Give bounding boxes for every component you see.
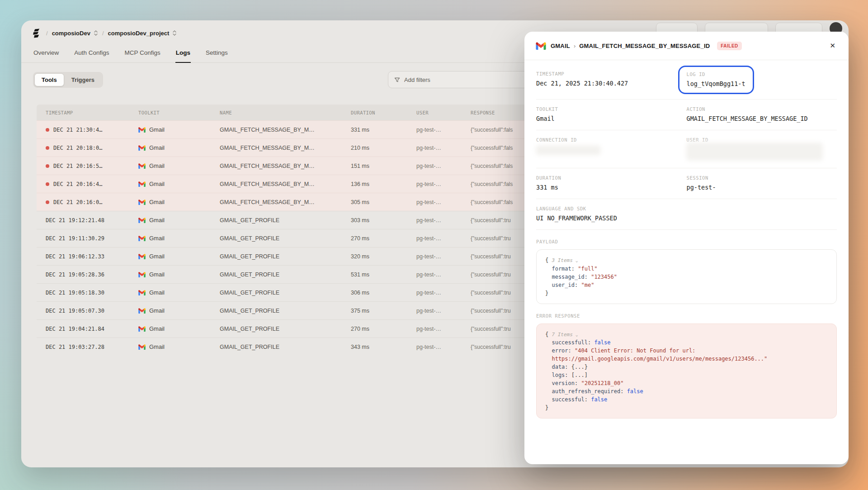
row-toolkit: Gmail xyxy=(149,289,165,296)
row-toolkit: Gmail xyxy=(149,235,165,242)
row-toolkit: Gmail xyxy=(149,217,165,224)
segment-tools[interactable]: Tools xyxy=(34,73,64,86)
gmail-icon xyxy=(138,326,146,332)
row-duration: 331 ms xyxy=(342,127,407,133)
col-timestamp: TIMESTAMP xyxy=(37,110,129,115)
chevron-updown-icon xyxy=(94,30,98,36)
chevron-down-icon[interactable]: ⌄ xyxy=(573,258,578,263)
row-duration: 270 ms xyxy=(342,235,407,242)
row-user: pg-test-… xyxy=(407,308,462,314)
gmail-icon xyxy=(138,308,146,314)
row-duration: 136 ms xyxy=(342,181,407,187)
panel-body: TIMESTAMP Dec 21, 2025 21:30:40.427 LOG … xyxy=(524,60,849,419)
gmail-icon xyxy=(138,290,146,295)
row-toolkit: Gmail xyxy=(149,325,165,332)
row-timestamp: DEC 21 19:05:07.30 xyxy=(46,308,104,314)
row-toolkit: Gmail xyxy=(149,144,165,151)
gmail-icon xyxy=(138,218,146,223)
gmail-icon xyxy=(138,272,146,277)
row-duration: 151 ms xyxy=(342,163,407,169)
row-duration: 320 ms xyxy=(342,253,407,260)
row-timestamp: DEC 21 20:16:5… xyxy=(53,163,102,169)
row-user: pg-test-… xyxy=(407,235,462,242)
row-toolkit: Gmail xyxy=(149,253,165,260)
row-action-name: GMAIL_FETCH_MESSAGE_BY_M… xyxy=(211,199,342,205)
row-duration: 531 ms xyxy=(342,271,407,278)
gmail-icon xyxy=(138,181,146,187)
chevron-right-icon: › xyxy=(574,43,576,49)
field-log-id: LOG ID log_tVqomBgg11-t xyxy=(687,71,745,87)
row-action-name: GMAIL_GET_PROFILE xyxy=(211,271,342,278)
failed-status-dot-icon xyxy=(46,182,49,186)
chevron-updown-icon xyxy=(172,30,177,36)
gmail-icon xyxy=(138,254,146,259)
error-response-json-viewer: { 7 Items ⌄ successfull: false error: "4… xyxy=(536,323,837,419)
failed-status-dot-icon xyxy=(46,128,49,132)
row-duration: 270 ms xyxy=(342,326,407,332)
row-toolkit: Gmail xyxy=(149,199,165,205)
row-action-name: GMAIL_GET_PROFILE xyxy=(211,326,342,332)
row-timestamp: DEC 21 20:16:4… xyxy=(53,181,102,187)
row-action-name: GMAIL_GET_PROFILE xyxy=(211,308,342,314)
payload-json-viewer: { 3 Items ⌄ format: "full" message_id: "… xyxy=(536,249,837,304)
gmail-icon xyxy=(138,163,146,169)
breadcrumb-separator: / xyxy=(46,30,48,37)
chevron-down-icon[interactable]: ⌄ xyxy=(573,332,578,337)
panel-header: GMAIL › GMAIL_FETCH_MESSAGE_BY_MESSAGE_I… xyxy=(524,32,849,60)
log-id-highlight-box: LOG ID log_tVqomBgg11-t xyxy=(678,66,754,94)
tab-overview[interactable]: Overview xyxy=(33,45,59,63)
payload-section-label: PAYLOAD xyxy=(536,239,837,244)
failed-status-dot-icon xyxy=(46,164,49,168)
row-timestamp: DEC 21 19:11:30.29 xyxy=(46,235,104,242)
field-user-id: USER ID xyxy=(687,137,837,160)
tab-settings[interactable]: Settings xyxy=(205,45,228,63)
error-response-section-label: ERROR RESPONSE xyxy=(536,313,837,319)
col-toolkit: TOOLKIT xyxy=(129,110,211,115)
gmail-icon xyxy=(138,236,146,241)
row-action-name: GMAIL_FETCH_MESSAGE_BY_M… xyxy=(211,181,342,187)
row-timestamp: DEC 21 20:16:0… xyxy=(53,199,102,205)
org-name: composioDev xyxy=(52,30,90,37)
field-toolkit: TOOLKIT Gmail xyxy=(536,106,687,122)
composio-logo-icon[interactable] xyxy=(32,28,42,38)
gmail-icon xyxy=(138,344,146,350)
row-user: pg-test-… xyxy=(407,326,462,332)
row-action-name: GMAIL_GET_PROFILE xyxy=(211,217,342,224)
row-user: pg-test-… xyxy=(407,290,462,296)
segment-triggers[interactable]: Triggers xyxy=(64,73,102,86)
tools-triggers-segmented-control: Tools Triggers xyxy=(33,72,103,88)
failed-status-dot-icon xyxy=(46,146,49,150)
row-timestamp: DEC 21 19:05:18.30 xyxy=(46,290,104,296)
row-toolkit: Gmail xyxy=(149,181,165,187)
field-action: ACTION GMAIL_FETCH_MESSAGE_BY_MESSAGE_ID xyxy=(687,106,837,122)
tab-auth-configs[interactable]: Auth Configs xyxy=(74,45,109,63)
row-action-name: GMAIL_FETCH_MESSAGE_BY_M… xyxy=(211,145,342,151)
field-duration: DURATION 331 ms xyxy=(536,175,687,191)
row-action-name: GMAIL_FETCH_MESSAGE_BY_M… xyxy=(211,163,342,169)
tab-logs[interactable]: Logs xyxy=(175,45,191,63)
gmail-icon xyxy=(138,200,146,205)
row-toolkit: Gmail xyxy=(149,162,165,169)
log-detail-panel: GMAIL › GMAIL_FETCH_MESSAGE_BY_MESSAGE_I… xyxy=(524,32,849,464)
col-user: USER xyxy=(407,110,462,115)
tab-mcp-configs[interactable]: MCP Configs xyxy=(124,45,161,63)
panel-action-name: GMAIL_FETCH_MESSAGE_BY_MESSAGE_ID xyxy=(579,43,710,49)
row-duration: 306 ms xyxy=(342,290,407,296)
close-icon[interactable]: ✕ xyxy=(828,41,837,51)
field-timestamp: TIMESTAMP Dec 21, 2025 21:30:40.427 xyxy=(536,71,687,87)
row-timestamp: DEC 21 20:18:0… xyxy=(53,145,102,151)
project-name: composioDev_project xyxy=(108,30,170,37)
redacted-value xyxy=(536,146,600,155)
row-action-name: GMAIL_GET_PROFILE xyxy=(211,235,342,242)
project-switcher[interactable]: composioDev_project xyxy=(108,30,177,37)
row-user: pg-test-… xyxy=(407,181,462,187)
row-toolkit: Gmail xyxy=(149,271,165,278)
row-user: pg-test-… xyxy=(407,145,462,151)
row-duration: 343 ms xyxy=(342,344,407,350)
row-timestamp: DEC 21 19:04:21.84 xyxy=(46,326,104,332)
row-timestamp: DEC 21 21:30:4… xyxy=(53,127,102,133)
org-switcher[interactable]: composioDev xyxy=(52,30,98,37)
status-badge: FAILED xyxy=(717,42,742,50)
row-timestamp: DEC 21 19:12:21.48 xyxy=(46,217,104,224)
filter-funnel-icon xyxy=(394,77,400,83)
